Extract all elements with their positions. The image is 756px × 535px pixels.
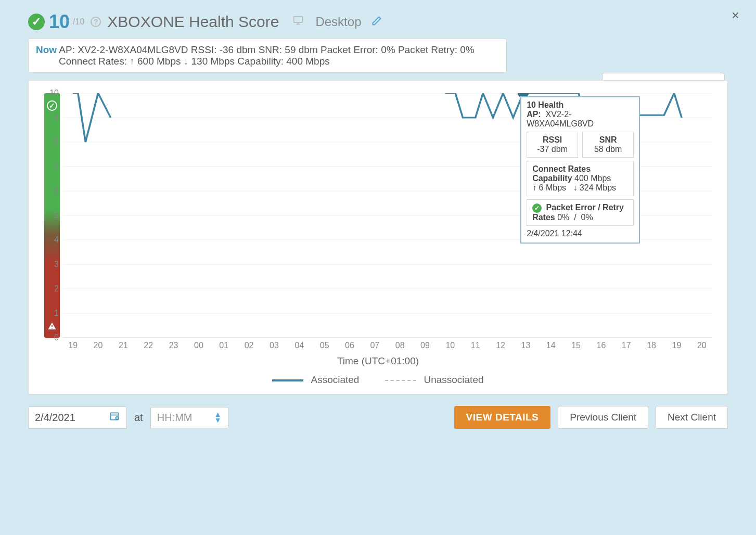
svg-point-19 <box>116 416 119 419</box>
health-chart-card: ✓ 10 Health AP: XV2-2-W8XA04MLG8VD RSSI … <box>28 80 728 394</box>
x-tick: 19 <box>672 341 682 350</box>
x-tick: 20 <box>697 341 707 350</box>
y-tick: 1 <box>54 309 59 318</box>
at-label: at <box>134 412 143 424</box>
x-tick: 06 <box>345 341 354 350</box>
x-tick: 16 <box>597 341 606 350</box>
x-tick: 18 <box>647 341 656 350</box>
now-info-bar: Now AP: XV2-2-W8XA04MLG8VD RSSI: -36 dbm… <box>28 39 507 73</box>
arrow-down-icon: ↓ <box>573 183 577 192</box>
x-tick: 00 <box>194 341 203 350</box>
health-score-denom: /10 <box>73 17 84 27</box>
device-type-label: Desktop <box>315 15 361 29</box>
warning-icon <box>47 322 57 334</box>
time-input[interactable]: HH:MM ▲▼ <box>150 407 228 428</box>
y-tick: 5 <box>54 211 59 220</box>
x-tick: 03 <box>270 341 279 350</box>
health-score-value: 10 <box>49 12 70 31</box>
y-tick: 4 <box>54 235 59 245</box>
y-tick: 0 <box>54 333 59 342</box>
svg-rect-0 <box>294 17 303 23</box>
plot-area[interactable]: 10 Health AP: XV2-2-W8XA04MLG8VD RSSI -3… <box>63 93 712 338</box>
check-icon: ✓ <box>47 100 57 111</box>
y-tick: 8 <box>54 137 59 147</box>
x-tick: 02 <box>245 341 254 350</box>
stepper-icon[interactable]: ▲▼ <box>214 412 222 423</box>
modal-panel: × ✓ 10 /10 ? XBOXONE Health Score Deskto… <box>12 10 744 429</box>
x-tick: 05 <box>320 341 329 350</box>
x-axis-label: Time (UTC+01:00) <box>44 355 712 367</box>
calendar-icon <box>109 411 120 424</box>
x-tick: 04 <box>294 341 304 350</box>
x-tick: 20 <box>94 341 103 350</box>
x-tick: 21 <box>119 341 128 350</box>
arrow-down-icon: ↓ <box>184 56 189 67</box>
x-tick: 17 <box>622 341 631 350</box>
svg-rect-17 <box>111 413 119 419</box>
y-tick: 6 <box>54 186 59 196</box>
y-tick: 7 <box>54 162 59 171</box>
monitor-icon <box>292 15 304 29</box>
legend-associated[interactable]: Associated <box>272 374 359 386</box>
chart-tooltip: 10 Health AP: XV2-2-W8XA04MLG8VD RSSI -3… <box>520 96 640 244</box>
y-tick: 9 <box>54 113 59 122</box>
health-check-icon: ✓ <box>28 14 45 30</box>
x-tick: 11 <box>471 341 480 350</box>
now-label: Now <box>36 44 57 55</box>
view-details-button[interactable]: VIEW DETAILS <box>454 406 551 429</box>
arrow-up-icon: ↑ <box>130 56 135 67</box>
date-input[interactable]: 2/4/2021 <box>28 406 127 429</box>
svg-rect-4 <box>52 328 53 329</box>
next-client-button[interactable]: Next Client <box>656 406 728 429</box>
x-tick: 09 <box>420 341 430 350</box>
x-tick: 10 <box>445 341 455 350</box>
x-tick: 13 <box>521 341 530 350</box>
legend-unassociated[interactable]: Unassociated <box>385 374 483 386</box>
check-icon: ✓ <box>532 203 542 213</box>
y-tick: 10 <box>49 88 59 98</box>
footer-bar: 2/4/2021 at HH:MM ▲▼ VIEW DETAILS Previo… <box>28 406 728 429</box>
x-tick: 07 <box>370 341 379 350</box>
x-tick: 12 <box>496 341 505 350</box>
x-tick: 08 <box>395 341 405 350</box>
x-tick: 15 <box>571 341 581 350</box>
help-icon[interactable]: ? <box>91 17 101 27</box>
x-tick: 14 <box>546 341 556 350</box>
edit-icon[interactable] <box>371 16 382 29</box>
arrow-up-icon: ↑ <box>532 183 536 192</box>
previous-client-button[interactable]: Previous Client <box>558 406 648 429</box>
x-tick: 23 <box>169 341 178 350</box>
y-tick: 2 <box>54 284 59 294</box>
x-tick: 01 <box>219 341 228 350</box>
y-tick: 3 <box>54 260 59 269</box>
x-tick: 19 <box>68 341 78 350</box>
x-tick: 22 <box>144 341 153 350</box>
svg-rect-3 <box>52 325 53 327</box>
chart-legend: Associated Unassociated <box>44 367 712 389</box>
header: ✓ 10 /10 ? XBOXONE Health Score Desktop <box>12 10 744 39</box>
page-title: XBOXONE Health Score <box>107 13 279 31</box>
